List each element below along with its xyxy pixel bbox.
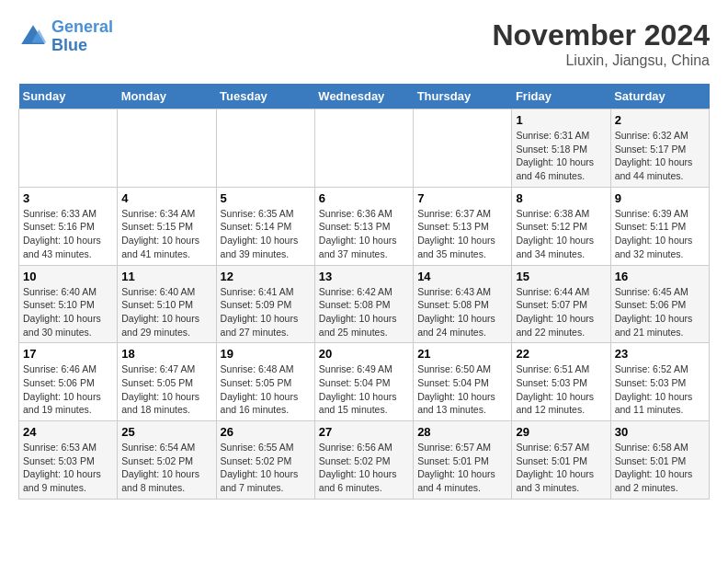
calendar-cell: 15Sunrise: 6:44 AM Sunset: 5:07 PM Dayli… bbox=[512, 265, 610, 343]
month-title: November 2024 bbox=[492, 18, 710, 52]
day-number: 6 bbox=[319, 191, 409, 205]
calendar-cell: 7Sunrise: 6:37 AM Sunset: 5:13 PM Daylig… bbox=[414, 187, 512, 265]
day-number: 25 bbox=[121, 425, 211, 439]
calendar-cell: 6Sunrise: 6:36 AM Sunset: 5:13 PM Daylig… bbox=[314, 187, 413, 265]
day-info: Sunrise: 6:50 AM Sunset: 5:04 PM Dayligh… bbox=[417, 362, 507, 417]
day-number: 24 bbox=[23, 425, 113, 439]
calendar-cell: 5Sunrise: 6:35 AM Sunset: 5:14 PM Daylig… bbox=[216, 187, 314, 265]
calendar-cell: 23Sunrise: 6:52 AM Sunset: 5:03 PM Dayli… bbox=[610, 343, 709, 421]
day-info: Sunrise: 6:47 AM Sunset: 5:05 PM Dayligh… bbox=[121, 362, 211, 417]
day-info: Sunrise: 6:40 AM Sunset: 5:10 PM Dayligh… bbox=[121, 285, 211, 339]
weekday-saturday: Saturday bbox=[610, 84, 709, 109]
day-info: Sunrise: 6:40 AM Sunset: 5:10 PM Dayligh… bbox=[23, 285, 113, 339]
day-info: Sunrise: 6:57 AM Sunset: 5:01 PM Dayligh… bbox=[417, 441, 507, 495]
calendar-cell: 18Sunrise: 6:47 AM Sunset: 5:05 PM Dayli… bbox=[118, 343, 216, 421]
day-info: Sunrise: 6:36 AM Sunset: 5:13 PM Dayligh… bbox=[319, 207, 409, 261]
day-info: Sunrise: 6:56 AM Sunset: 5:02 PM Dayligh… bbox=[319, 441, 409, 495]
day-number: 4 bbox=[121, 191, 211, 205]
calendar-cell: 25Sunrise: 6:54 AM Sunset: 5:02 PM Dayli… bbox=[118, 421, 216, 500]
calendar-cell: 1Sunrise: 6:31 AM Sunset: 5:18 PM Daylig… bbox=[512, 109, 610, 188]
day-number: 27 bbox=[319, 425, 409, 439]
weekday-sunday: Sunday bbox=[19, 84, 118, 109]
calendar-table: SundayMondayTuesdayWednesdayThursdayFrid… bbox=[18, 84, 710, 500]
weekday-tuesday: Tuesday bbox=[216, 84, 314, 109]
week-row-3: 10Sunrise: 6:40 AM Sunset: 5:10 PM Dayli… bbox=[19, 265, 710, 343]
day-number: 7 bbox=[417, 191, 507, 205]
day-number: 23 bbox=[615, 347, 705, 361]
weekday-friday: Friday bbox=[512, 84, 610, 109]
day-info: Sunrise: 6:44 AM Sunset: 5:07 PM Dayligh… bbox=[516, 285, 606, 339]
calendar-cell: 14Sunrise: 6:43 AM Sunset: 5:08 PM Dayli… bbox=[414, 265, 512, 343]
weekday-thursday: Thursday bbox=[414, 84, 512, 109]
calendar-cell bbox=[414, 109, 512, 188]
day-number: 16 bbox=[615, 270, 705, 283]
calendar-cell: 3Sunrise: 6:33 AM Sunset: 5:16 PM Daylig… bbox=[19, 187, 118, 265]
calendar-cell: 12Sunrise: 6:41 AM Sunset: 5:09 PM Dayli… bbox=[216, 265, 314, 343]
day-info: Sunrise: 6:41 AM Sunset: 5:09 PM Dayligh… bbox=[221, 285, 311, 339]
day-info: Sunrise: 6:31 AM Sunset: 5:18 PM Dayligh… bbox=[516, 129, 606, 183]
day-number: 2 bbox=[615, 113, 705, 127]
calendar-cell: 2Sunrise: 6:32 AM Sunset: 5:17 PM Daylig… bbox=[610, 109, 709, 188]
calendar-cell bbox=[19, 109, 118, 188]
day-info: Sunrise: 6:54 AM Sunset: 5:02 PM Dayligh… bbox=[121, 441, 211, 495]
weekday-monday: Monday bbox=[118, 84, 216, 109]
logo-text: General Blue bbox=[51, 18, 113, 55]
calendar-cell: 17Sunrise: 6:46 AM Sunset: 5:06 PM Dayli… bbox=[19, 343, 118, 421]
weekday-header-row: SundayMondayTuesdayWednesdayThursdayFrid… bbox=[19, 84, 710, 109]
day-number: 20 bbox=[319, 347, 409, 361]
day-number: 17 bbox=[23, 347, 113, 361]
day-number: 14 bbox=[417, 270, 507, 283]
calendar-cell: 26Sunrise: 6:55 AM Sunset: 5:02 PM Dayli… bbox=[216, 421, 314, 500]
calendar-cell: 29Sunrise: 6:57 AM Sunset: 5:01 PM Dayli… bbox=[512, 421, 610, 500]
calendar-cell: 9Sunrise: 6:39 AM Sunset: 5:11 PM Daylig… bbox=[610, 187, 709, 265]
day-info: Sunrise: 6:48 AM Sunset: 5:05 PM Dayligh… bbox=[221, 362, 311, 417]
day-number: 10 bbox=[23, 270, 113, 283]
calendar-cell: 20Sunrise: 6:49 AM Sunset: 5:04 PM Dayli… bbox=[314, 343, 413, 421]
day-info: Sunrise: 6:58 AM Sunset: 5:01 PM Dayligh… bbox=[615, 441, 705, 495]
day-number: 21 bbox=[417, 347, 507, 361]
logo: General Blue bbox=[18, 18, 113, 55]
calendar-cell: 4Sunrise: 6:34 AM Sunset: 5:15 PM Daylig… bbox=[118, 187, 216, 265]
day-number: 1 bbox=[516, 113, 606, 127]
day-number: 9 bbox=[615, 191, 705, 205]
calendar-cell: 16Sunrise: 6:45 AM Sunset: 5:06 PM Dayli… bbox=[610, 265, 709, 343]
calendar-cell: 24Sunrise: 6:53 AM Sunset: 5:03 PM Dayli… bbox=[19, 421, 118, 500]
logo-icon bbox=[18, 22, 48, 52]
calendar-cell: 22Sunrise: 6:51 AM Sunset: 5:03 PM Dayli… bbox=[512, 343, 610, 421]
day-number: 26 bbox=[221, 425, 311, 439]
week-row-1: 1Sunrise: 6:31 AM Sunset: 5:18 PM Daylig… bbox=[19, 109, 710, 188]
day-info: Sunrise: 6:49 AM Sunset: 5:04 PM Dayligh… bbox=[319, 362, 409, 417]
day-info: Sunrise: 6:37 AM Sunset: 5:13 PM Dayligh… bbox=[417, 207, 507, 261]
day-number: 18 bbox=[121, 347, 211, 361]
calendar-cell bbox=[118, 109, 216, 188]
day-info: Sunrise: 6:55 AM Sunset: 5:02 PM Dayligh… bbox=[221, 441, 311, 495]
calendar-cell: 19Sunrise: 6:48 AM Sunset: 5:05 PM Dayli… bbox=[216, 343, 314, 421]
day-number: 12 bbox=[221, 270, 311, 283]
title-area: November 2024 Liuxin, Jiangsu, China bbox=[492, 18, 710, 69]
day-info: Sunrise: 6:51 AM Sunset: 5:03 PM Dayligh… bbox=[516, 362, 606, 417]
day-info: Sunrise: 6:53 AM Sunset: 5:03 PM Dayligh… bbox=[23, 441, 113, 495]
day-info: Sunrise: 6:42 AM Sunset: 5:08 PM Dayligh… bbox=[319, 285, 409, 339]
day-number: 29 bbox=[516, 425, 606, 439]
calendar-cell: 10Sunrise: 6:40 AM Sunset: 5:10 PM Dayli… bbox=[19, 265, 118, 343]
day-info: Sunrise: 6:39 AM Sunset: 5:11 PM Dayligh… bbox=[615, 207, 705, 261]
day-info: Sunrise: 6:33 AM Sunset: 5:16 PM Dayligh… bbox=[23, 207, 113, 261]
week-row-4: 17Sunrise: 6:46 AM Sunset: 5:06 PM Dayli… bbox=[19, 343, 710, 421]
day-number: 8 bbox=[516, 191, 606, 205]
header: General Blue November 2024 Liuxin, Jiang… bbox=[18, 18, 710, 69]
calendar-cell bbox=[314, 109, 413, 188]
day-info: Sunrise: 6:34 AM Sunset: 5:15 PM Dayligh… bbox=[121, 207, 211, 261]
week-row-2: 3Sunrise: 6:33 AM Sunset: 5:16 PM Daylig… bbox=[19, 187, 710, 265]
calendar-cell: 11Sunrise: 6:40 AM Sunset: 5:10 PM Dayli… bbox=[118, 265, 216, 343]
week-row-5: 24Sunrise: 6:53 AM Sunset: 5:03 PM Dayli… bbox=[19, 421, 710, 500]
calendar-cell: 30Sunrise: 6:58 AM Sunset: 5:01 PM Dayli… bbox=[610, 421, 709, 500]
calendar-cell: 21Sunrise: 6:50 AM Sunset: 5:04 PM Dayli… bbox=[414, 343, 512, 421]
calendar-cell: 28Sunrise: 6:57 AM Sunset: 5:01 PM Dayli… bbox=[414, 421, 512, 500]
calendar-cell: 13Sunrise: 6:42 AM Sunset: 5:08 PM Dayli… bbox=[314, 265, 413, 343]
day-number: 19 bbox=[221, 347, 311, 361]
day-info: Sunrise: 6:38 AM Sunset: 5:12 PM Dayligh… bbox=[516, 207, 606, 261]
location: Liuxin, Jiangsu, China bbox=[492, 52, 710, 69]
day-info: Sunrise: 6:46 AM Sunset: 5:06 PM Dayligh… bbox=[23, 362, 113, 417]
day-number: 22 bbox=[516, 347, 606, 361]
day-number: 30 bbox=[615, 425, 705, 439]
